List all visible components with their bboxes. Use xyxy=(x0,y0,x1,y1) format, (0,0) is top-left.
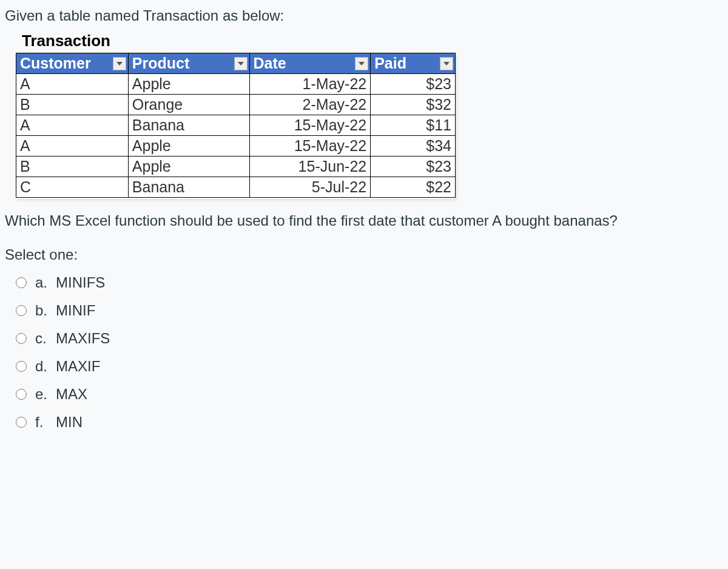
cell-product: Apple xyxy=(128,157,249,177)
cell-date: 15-May-22 xyxy=(249,115,371,136)
transaction-table: Customer Product Date xyxy=(16,53,456,198)
cell-date: 2-May-22 xyxy=(249,95,371,115)
cell-product: Apple xyxy=(128,136,249,157)
radio-f[interactable] xyxy=(16,417,27,428)
option-f[interactable]: f. MIN xyxy=(16,414,723,431)
cell-customer: C xyxy=(16,177,129,198)
svg-marker-2 xyxy=(359,62,365,66)
filter-dropdown-icon[interactable] xyxy=(355,57,368,70)
option-text: MIN xyxy=(56,414,83,431)
cell-date: 15-May-22 xyxy=(249,136,371,157)
svg-marker-1 xyxy=(238,62,244,66)
col-header-label: Paid xyxy=(374,55,406,72)
cell-paid: $34 xyxy=(371,136,456,157)
filter-dropdown-icon[interactable] xyxy=(234,57,248,70)
option-letter: f. xyxy=(35,414,56,431)
option-letter: d. xyxy=(35,358,56,375)
options-group: a. MINIFS b. MINIF c. MAXIFS d. MAXIF e.… xyxy=(16,274,723,431)
cell-customer: A xyxy=(16,74,129,95)
col-header-product: Product xyxy=(128,53,249,74)
option-letter: c. xyxy=(35,330,56,347)
radio-d[interactable] xyxy=(16,361,27,372)
cell-paid: $22 xyxy=(371,177,456,198)
table-row: A Apple 15-May-22 $34 xyxy=(16,136,456,157)
cell-product: Orange xyxy=(128,95,249,115)
radio-b[interactable] xyxy=(16,305,27,316)
question-text: Which MS Excel function should be used t… xyxy=(5,212,723,229)
option-text: MAXIFS xyxy=(56,330,110,347)
col-header-date: Date xyxy=(249,53,371,74)
table-header-row: Customer Product Date xyxy=(16,53,456,74)
svg-marker-3 xyxy=(443,62,450,66)
option-d[interactable]: d. MAXIF xyxy=(16,358,723,375)
col-header-paid: Paid xyxy=(371,53,456,74)
col-header-label: Customer xyxy=(20,55,91,72)
radio-c[interactable] xyxy=(16,333,27,344)
col-header-customer: Customer xyxy=(16,53,129,74)
radio-e[interactable] xyxy=(16,389,27,400)
table-row: A Banana 15-May-22 $11 xyxy=(16,115,456,136)
option-e[interactable]: e. MAX xyxy=(16,386,723,403)
cell-paid: $23 xyxy=(371,157,456,177)
option-text: MAXIF xyxy=(56,358,100,375)
filter-dropdown-icon[interactable] xyxy=(113,57,126,70)
option-a[interactable]: a. MINIFS xyxy=(16,274,723,291)
cell-paid: $32 xyxy=(371,95,456,115)
cell-product: Banana xyxy=(128,115,249,136)
cell-customer: A xyxy=(16,115,129,136)
cell-date: 15-Jun-22 xyxy=(249,157,371,177)
option-b[interactable]: b. MINIF xyxy=(16,302,723,319)
cell-customer: B xyxy=(16,157,129,177)
option-c[interactable]: c. MAXIFS xyxy=(16,330,723,347)
table-row: A Apple 1-May-22 $23 xyxy=(16,74,456,95)
col-header-label: Product xyxy=(132,55,189,72)
cell-paid: $11 xyxy=(371,115,456,136)
table-title: Transaction xyxy=(22,32,723,50)
option-letter: a. xyxy=(35,274,56,291)
cell-product: Banana xyxy=(128,177,249,198)
col-header-label: Date xyxy=(254,55,286,72)
option-letter: e. xyxy=(35,386,56,403)
svg-marker-0 xyxy=(116,62,123,66)
table-row: B Apple 15-Jun-22 $23 xyxy=(16,157,456,177)
select-one-label: Select one: xyxy=(5,246,723,263)
cell-paid: $23 xyxy=(371,74,456,95)
cell-customer: A xyxy=(16,136,129,157)
cell-date: 5-Jul-22 xyxy=(249,177,371,198)
radio-a[interactable] xyxy=(16,277,27,288)
cell-customer: B xyxy=(16,95,129,115)
option-text: MINIFS xyxy=(56,274,105,291)
cell-date: 1-May-22 xyxy=(249,74,371,95)
option-letter: b. xyxy=(35,302,56,319)
cell-product: Apple xyxy=(128,74,249,95)
filter-dropdown-icon[interactable] xyxy=(440,57,453,70)
transaction-table-container: Customer Product Date xyxy=(16,53,456,199)
option-text: MINIF xyxy=(56,302,95,319)
table-row: B Orange 2-May-22 $32 xyxy=(16,95,456,115)
table-body: A Apple 1-May-22 $23 B Orange 2-May-22 $… xyxy=(16,74,456,198)
intro-text: Given a table named Transaction as below… xyxy=(5,7,723,24)
table-row: C Banana 5-Jul-22 $22 xyxy=(16,177,456,198)
option-text: MAX xyxy=(56,386,87,403)
